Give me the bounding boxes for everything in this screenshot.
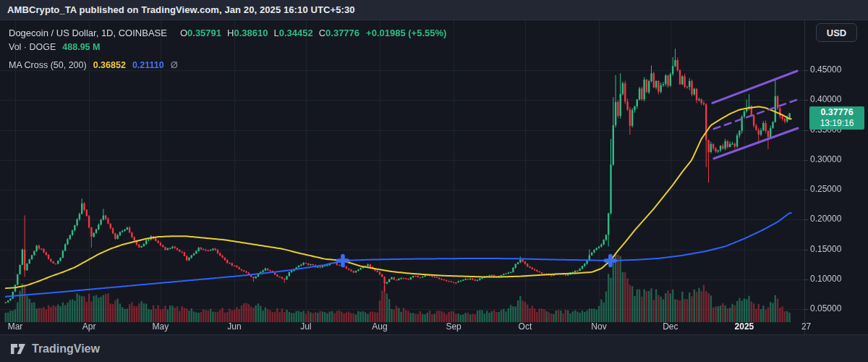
footer-bar: TradingView [0, 334, 868, 362]
chart-legend: Dogecoin / US Dollar, 1D, COINBASE O0.35… [9, 26, 446, 74]
last-price-value: 0.37776 [809, 107, 864, 118]
volume-value: 488.95 M [62, 42, 100, 52]
tradingview-logo-icon[interactable] [10, 342, 26, 356]
time-tick-label: 2025 [735, 321, 754, 332]
currency-toggle-button[interactable]: USD [816, 23, 857, 42]
bar-countdown: 13:19:16 [809, 118, 864, 128]
time-tick-label: Jul [300, 321, 311, 332]
volume-row: Vol · DOGE 488.95 M [9, 42, 446, 58]
time-tick-label: 27 [801, 321, 811, 332]
time-tick-label: Mar [8, 321, 23, 332]
price-tick-label: 0.25000 [810, 184, 841, 194]
time-tick-label: Dec [663, 321, 678, 332]
time-tick-label: Nov [591, 321, 606, 332]
ma-cross-values: 0.368520.21110 [87, 58, 164, 71]
ohlc-value: 0.35791 [187, 28, 221, 38]
publication-banner: AMBCrypto_TA published on TradingView.co… [0, 0, 868, 20]
chart-region: Dogecoin / US Dollar, 1D, COINBASE O0.35… [0, 20, 868, 334]
change-value: +0.01985 (+5.55%) [366, 28, 446, 38]
ma-cross-row: MA Cross (50, 200) 0.368520.21110 Ø [9, 58, 446, 74]
price-tick-label: 0.20000 [810, 214, 841, 224]
time-tick-label: May [153, 321, 169, 332]
price-tick-label: 0.15000 [810, 244, 841, 254]
ma-source-icon[interactable]: Ø [171, 59, 178, 70]
price-tick-label: 0.45000 [810, 64, 841, 75]
ohlc-value: 0.37776 [326, 28, 359, 38]
price-tick-label: 0.40000 [810, 94, 841, 104]
tradingview-published-chart: AMBCrypto_TA published on TradingView.co… [0, 0, 868, 362]
price-tick-label: 0.05000 [810, 303, 841, 313]
ohlc-value: 0.38610 [234, 28, 268, 38]
ma-value: 0.36852 [93, 60, 126, 70]
tradingview-wordmark[interactable]: TradingView [32, 342, 100, 355]
price-tick-label: 0.10000 [810, 274, 841, 284]
time-tick-label: Aug [372, 321, 387, 332]
time-tick-label: Sep [446, 321, 461, 332]
ma-value: 0.21110 [132, 60, 164, 70]
price-tick-label: 0.30000 [810, 154, 841, 164]
time-tick-label: Oct [519, 321, 532, 332]
volume-label: Vol · DOGE [9, 42, 56, 52]
ohlc-letter: L [273, 28, 278, 38]
ohlc-letter: O [180, 28, 187, 38]
ma-cross-label: MA Cross (50, 200) [9, 60, 87, 70]
symbol-row: Dogecoin / US Dollar, 1D, COINBASE O0.35… [9, 26, 446, 42]
ohlc-letter: C [319, 28, 326, 38]
last-price-badge: 0.37776 13:19:16 [809, 106, 864, 130]
symbol-title: Dogecoin / US Dollar, 1D, COINBASE [9, 28, 167, 38]
time-tick-label: Apr [82, 321, 96, 332]
time-tick-label: Jun [227, 321, 241, 332]
ohlc-values: O0.35791H0.38610L0.34452C0.37776+0.01985… [174, 26, 446, 39]
ohlc-value: 0.34452 [279, 28, 313, 38]
publication-banner-text: AMBCrypto_TA published on TradingView.co… [7, 4, 355, 15]
